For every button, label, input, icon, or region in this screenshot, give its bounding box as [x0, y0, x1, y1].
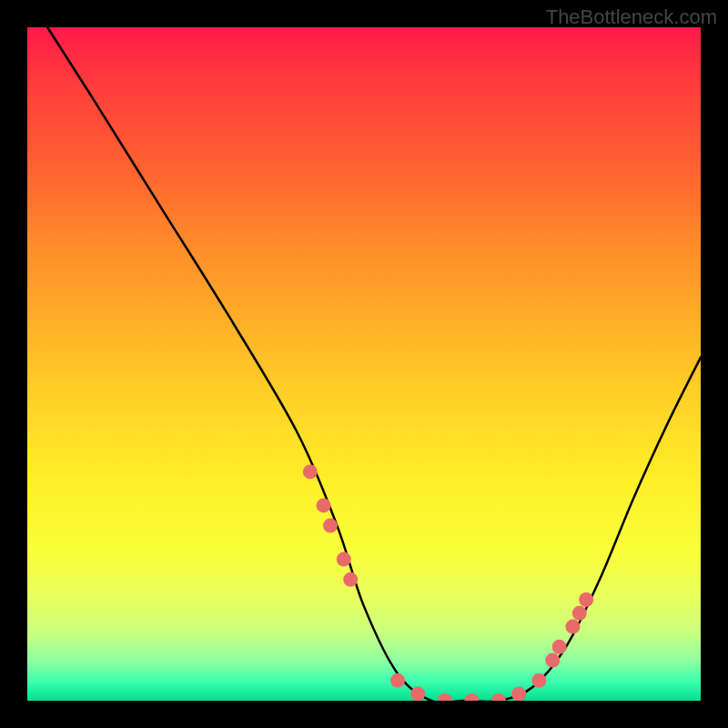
- marker-dot: [317, 498, 331, 512]
- marker-dot: [464, 693, 479, 701]
- bottleneck-curve-line: [47, 27, 701, 701]
- chart-svg: [27, 27, 701, 701]
- marker-dot: [438, 693, 452, 701]
- marker-dot: [303, 464, 318, 479]
- marker-dot: [531, 673, 546, 688]
- marker-dot: [491, 693, 506, 701]
- marker-dot: [390, 673, 405, 688]
- chart-plot-area: [27, 27, 701, 701]
- marker-dot: [410, 687, 425, 701]
- marker-dot: [572, 606, 587, 621]
- marker-dot: [565, 620, 580, 634]
- marker-dot: [323, 519, 338, 533]
- marker-dot: [343, 572, 358, 587]
- marker-dot: [511, 687, 526, 701]
- marker-dot: [337, 552, 351, 567]
- marker-dot: [552, 640, 567, 654]
- watermark-text: TheBottleneck.com: [546, 5, 717, 29]
- marker-dot: [579, 592, 593, 607]
- marker-dot: [545, 653, 560, 668]
- marker-dots-group: [303, 464, 593, 701]
